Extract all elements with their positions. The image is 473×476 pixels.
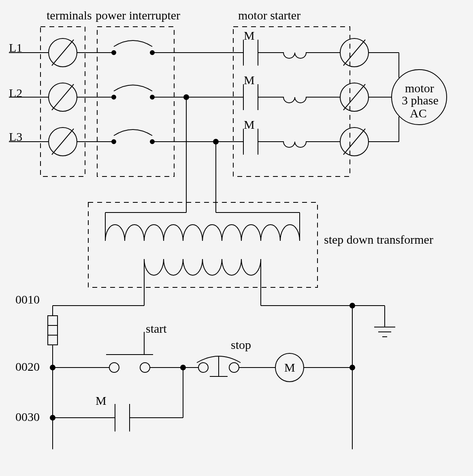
svg-point-5 <box>150 51 154 55</box>
svg-point-28 <box>112 140 116 144</box>
label-L2: L2 <box>9 86 22 100</box>
label-0010: 0010 <box>15 293 40 306</box>
svg-point-17 <box>150 95 154 99</box>
label-M2: M <box>244 73 255 87</box>
label-3phase: 3 phase <box>402 94 439 107</box>
svg-point-4 <box>112 51 116 55</box>
label-0030: 0030 <box>15 410 40 423</box>
label-transformer: step down transformer <box>324 233 433 246</box>
label-M3: M <box>244 118 255 131</box>
label-contact-M: M <box>96 394 107 407</box>
label-power-interrupter: power interrupter <box>96 8 180 22</box>
svg-point-29 <box>150 140 154 144</box>
label-coil-M: M <box>284 361 295 374</box>
label-stop: stop <box>231 338 251 351</box>
svg-point-74 <box>350 365 355 370</box>
label-motor: motor <box>405 81 434 95</box>
label-0020: 0020 <box>15 360 40 373</box>
label-M1: M <box>244 29 255 42</box>
svg-point-16 <box>112 95 116 99</box>
label-start: start <box>146 322 167 335</box>
label-motor-starter: motor starter <box>238 8 300 22</box>
fuse-icon <box>48 316 58 345</box>
label-AC: AC <box>410 106 427 120</box>
label-terminals: terminals <box>47 8 92 22</box>
